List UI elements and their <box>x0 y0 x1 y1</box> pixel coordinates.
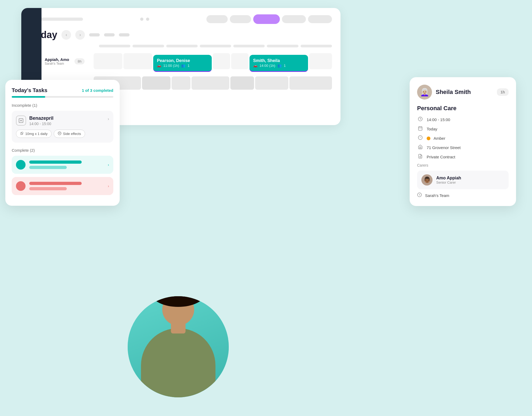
carer-name: Amo Appiah <box>436 176 461 180</box>
detail-panel: 👩🏼‍🦳 Sheila Smith 1h Personal Care 14:00… <box>410 77 516 206</box>
tasks-progress-fill <box>12 96 45 98</box>
calendar-event-smith[interactable]: Smith, Sheila 🚗 14:00 (1h) 👥 1 <box>250 55 308 72</box>
side-effects-icon <box>58 131 61 136</box>
detail-contract-row: Private Contract <box>417 154 509 160</box>
event-pearson-name: Pearson, Denise <box>157 58 208 63</box>
detail-person-name: Sheila Smith <box>436 89 493 96</box>
svg-rect-9 <box>418 127 422 130</box>
task-dosage-label: 10mg x 1 daily <box>25 132 48 136</box>
document-icon <box>417 154 423 160</box>
carer-role: Senior Carer <box>436 180 461 184</box>
complete-lines-1 <box>29 160 104 169</box>
complete-line-2b <box>29 187 67 190</box>
pill-icon <box>20 131 24 136</box>
carer-avatar: 👨🏾 <box>421 174 433 186</box>
detail-date: Today <box>427 127 437 131</box>
detail-service: Personal Care <box>417 105 509 112</box>
car-icon: 🚗 <box>157 64 161 68</box>
team-name: Sarah's Team <box>425 193 449 198</box>
task-time: 14:00 - 15:00 <box>29 122 53 126</box>
complete-line-2a <box>29 182 82 185</box>
detail-address: 71 Grovenor Street <box>427 145 461 150</box>
person2-icon: 👥 <box>277 64 282 68</box>
detail-status: Amber <box>434 136 445 141</box>
tasks-progress-bar <box>12 96 113 98</box>
calendar-icon <box>417 126 423 132</box>
tasks-header: Today's Tasks 1 of 3 completed <box>12 87 113 93</box>
car2-icon: 🚗 <box>253 64 257 68</box>
detail-avatar: 👩🏼‍🦳 <box>417 85 432 100</box>
status-amber-dot <box>427 137 430 140</box>
svg-line-4 <box>21 132 23 134</box>
task-card-left: Benazepril 14:00 - 15:00 <box>16 116 53 126</box>
task-name: Benazepril <box>29 116 53 121</box>
carer-card[interactable]: 👨🏾 Amo Appiah Senior Carer <box>417 171 509 189</box>
task-chevron-icon[interactable]: › <box>108 117 109 121</box>
tasks-progress-text: 1 of 3 completed <box>82 88 113 93</box>
calendar-event-pearson[interactable]: Pearson, Denise 🚗 11:00 (1h) 👥 1 <box>153 55 212 72</box>
detail-date-row: Today <box>417 126 509 132</box>
calendar-hours-badge: 8h <box>74 58 85 64</box>
task-tag-dosage[interactable]: 10mg x 1 daily <box>16 130 52 138</box>
complete-line-1a <box>29 160 82 164</box>
task-medication-icon <box>16 116 26 126</box>
person-icon: 👥 <box>181 64 185 68</box>
event-smith-time: 🚗 14:00 (1h) 👥 1 <box>253 64 304 68</box>
tasks-incomplete-label: Incomplete (1) <box>12 103 113 108</box>
event-pearson-time: 🚗 11:00 (1h) 👥 1 <box>157 64 208 68</box>
complete-line-1b <box>29 166 67 169</box>
complete-chevron-1[interactable]: › <box>108 163 109 167</box>
detail-status-row: Amber <box>417 135 509 141</box>
complete-dot-2 <box>16 181 26 191</box>
calendar-next-btn[interactable]: › <box>75 30 85 40</box>
event-smith-name: Smith, Sheila <box>253 58 304 63</box>
team-row: Sarah's Team <box>417 192 509 199</box>
complete-lines-2 <box>29 182 104 190</box>
complete-card-1[interactable]: › <box>12 156 113 174</box>
alert-icon <box>417 135 423 141</box>
detail-address-row: 71 Grovenor Street <box>417 145 509 151</box>
tasks-title: Today's Tasks <box>12 87 47 93</box>
task-tag-side-effects[interactable]: Side effects <box>54 130 85 138</box>
task-card-header: Benazepril 14:00 - 15:00 › <box>16 116 109 126</box>
carers-label: Carers <box>417 163 509 167</box>
home-icon <box>417 145 423 151</box>
complete-chevron-2[interactable]: › <box>108 184 109 188</box>
calendar-person-name: Appiah, Amo <box>45 57 69 62</box>
task-tags: 10mg x 1 daily Side effects <box>16 130 109 138</box>
task-card-benazepril[interactable]: Benazepril 14:00 - 15:00 › 10mg x 1 dail… <box>12 111 113 143</box>
person-photo-circle <box>128 296 229 397</box>
clock-icon <box>417 117 423 123</box>
tasks-complete-section: Complete (2) › › <box>12 148 113 195</box>
tasks-complete-label: Complete (2) <box>12 148 113 153</box>
task-side-effects-label: Side effects <box>63 132 81 136</box>
team-icon <box>417 192 422 199</box>
complete-dot-1 <box>16 160 26 170</box>
complete-card-2[interactable]: › <box>12 177 113 195</box>
detail-time: 14:00 - 15:00 <box>427 117 450 122</box>
calendar-prev-btn[interactable]: ‹ <box>61 30 71 40</box>
calendar-nav <box>140 18 149 21</box>
detail-time-row: 14:00 - 15:00 <box>417 117 509 123</box>
detail-contract: Private Contract <box>427 155 455 159</box>
tasks-panel: Today's Tasks 1 of 3 completed Incomplet… <box>5 80 120 206</box>
detail-hours-badge: 1h <box>497 88 509 96</box>
detail-header: 👩🏼‍🦳 Sheila Smith 1h <box>417 85 509 100</box>
calendar-top-bar <box>30 14 332 24</box>
calendar-person-team: Sarah's Team <box>45 62 69 65</box>
